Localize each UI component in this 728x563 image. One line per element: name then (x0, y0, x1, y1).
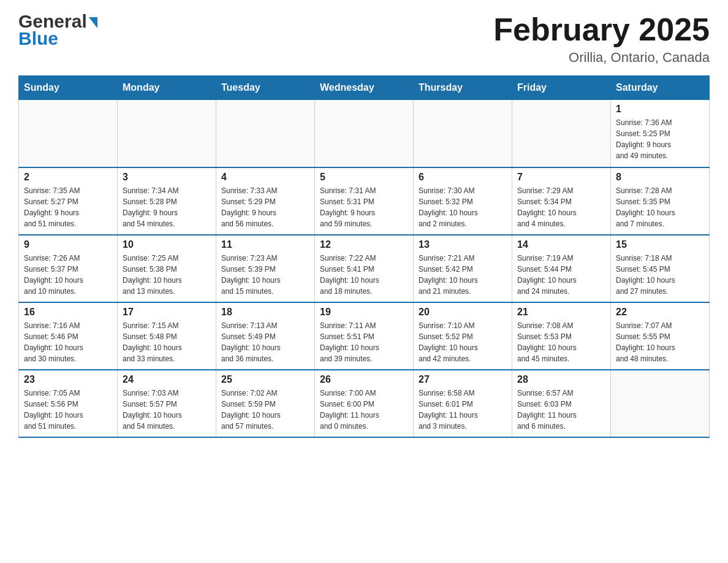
calendar-cell: 23Sunrise: 7:05 AM Sunset: 5:56 PM Dayli… (19, 370, 118, 437)
calendar-week-row: 2Sunrise: 7:35 AM Sunset: 5:27 PM Daylig… (19, 167, 710, 235)
day-number: 16 (24, 307, 112, 318)
calendar-cell (315, 100, 414, 167)
day-info: Sunrise: 7:18 AM Sunset: 5:45 PM Dayligh… (616, 253, 704, 297)
day-number: 23 (24, 374, 112, 385)
day-number: 2 (24, 172, 112, 183)
day-info: Sunrise: 7:28 AM Sunset: 5:35 PM Dayligh… (616, 185, 704, 229)
day-number: 19 (320, 307, 408, 318)
day-number: 11 (221, 239, 309, 250)
calendar-cell: 9Sunrise: 7:26 AM Sunset: 5:37 PM Daylig… (19, 235, 118, 302)
day-number: 17 (123, 307, 211, 318)
day-info: Sunrise: 7:36 AM Sunset: 5:25 PM Dayligh… (616, 117, 704, 161)
day-number: 28 (517, 374, 605, 385)
day-info: Sunrise: 7:10 AM Sunset: 5:52 PM Dayligh… (419, 320, 507, 364)
day-info: Sunrise: 7:34 AM Sunset: 5:28 PM Dayligh… (123, 185, 211, 229)
day-number: 7 (517, 172, 605, 183)
day-info: Sunrise: 7:16 AM Sunset: 5:46 PM Dayligh… (24, 320, 112, 364)
day-info: Sunrise: 7:02 AM Sunset: 5:59 PM Dayligh… (221, 388, 309, 432)
calendar-cell: 5Sunrise: 7:31 AM Sunset: 5:31 PM Daylig… (315, 167, 414, 235)
calendar-cell: 4Sunrise: 7:33 AM Sunset: 5:29 PM Daylig… (216, 167, 315, 235)
weekday-header-monday: Monday (118, 76, 216, 100)
calendar-cell: 16Sunrise: 7:16 AM Sunset: 5:46 PM Dayli… (19, 302, 118, 370)
day-number: 27 (419, 374, 507, 385)
weekday-header-friday: Friday (512, 76, 611, 100)
calendar-cell: 27Sunrise: 6:58 AM Sunset: 6:01 PM Dayli… (414, 370, 512, 437)
calendar-cell (512, 100, 611, 167)
day-number: 9 (24, 239, 112, 250)
day-info: Sunrise: 7:33 AM Sunset: 5:29 PM Dayligh… (221, 185, 309, 229)
calendar-cell: 22Sunrise: 7:07 AM Sunset: 5:55 PM Dayli… (611, 302, 710, 370)
calendar-week-row: 1Sunrise: 7:36 AM Sunset: 5:25 PM Daylig… (19, 100, 710, 167)
calendar-cell: 1Sunrise: 7:36 AM Sunset: 5:25 PM Daylig… (611, 100, 710, 167)
calendar-cell: 14Sunrise: 7:19 AM Sunset: 5:44 PM Dayli… (512, 235, 611, 302)
calendar-week-row: 9Sunrise: 7:26 AM Sunset: 5:37 PM Daylig… (19, 235, 710, 302)
day-info: Sunrise: 7:26 AM Sunset: 5:37 PM Dayligh… (24, 253, 112, 297)
day-info: Sunrise: 7:00 AM Sunset: 6:00 PM Dayligh… (320, 388, 408, 432)
calendar-cell: 25Sunrise: 7:02 AM Sunset: 5:59 PM Dayli… (216, 370, 315, 437)
location-subtitle: Orillia, Ontario, Canada (493, 50, 710, 66)
day-number: 3 (123, 172, 211, 183)
calendar-cell (216, 100, 315, 167)
weekday-header-wednesday: Wednesday (315, 76, 414, 100)
calendar-cell: 21Sunrise: 7:08 AM Sunset: 5:53 PM Dayli… (512, 302, 611, 370)
weekday-header-sunday: Sunday (19, 76, 118, 100)
logo-blue-text: Blue (18, 28, 58, 49)
day-info: Sunrise: 7:08 AM Sunset: 5:53 PM Dayligh… (517, 320, 605, 364)
calendar-cell (611, 370, 710, 437)
day-info: Sunrise: 7:23 AM Sunset: 5:39 PM Dayligh… (221, 253, 309, 297)
weekday-header-tuesday: Tuesday (216, 76, 315, 100)
title-block: February 2025 Orillia, Ontario, Canada (493, 12, 710, 66)
calendar-cell: 12Sunrise: 7:22 AM Sunset: 5:41 PM Dayli… (315, 235, 414, 302)
calendar-cell: 24Sunrise: 7:03 AM Sunset: 5:57 PM Dayli… (118, 370, 216, 437)
logo-arrow-icon (89, 17, 97, 28)
month-year-title: February 2025 (493, 12, 710, 47)
day-number: 15 (616, 239, 704, 250)
day-number: 10 (123, 239, 211, 250)
calendar-week-row: 23Sunrise: 7:05 AM Sunset: 5:56 PM Dayli… (19, 370, 710, 437)
calendar-cell: 19Sunrise: 7:11 AM Sunset: 5:51 PM Dayli… (315, 302, 414, 370)
day-number: 6 (419, 172, 507, 183)
day-number: 8 (616, 172, 704, 183)
calendar-header-row: SundayMondayTuesdayWednesdayThursdayFrid… (19, 76, 710, 100)
weekday-header-saturday: Saturday (611, 76, 710, 100)
day-info: Sunrise: 6:58 AM Sunset: 6:01 PM Dayligh… (419, 388, 507, 432)
day-info: Sunrise: 7:25 AM Sunset: 5:38 PM Dayligh… (123, 253, 211, 297)
calendar-cell (414, 100, 512, 167)
calendar-cell (19, 100, 118, 167)
day-info: Sunrise: 7:03 AM Sunset: 5:57 PM Dayligh… (123, 388, 211, 432)
calendar-cell: 28Sunrise: 6:57 AM Sunset: 6:03 PM Dayli… (512, 370, 611, 437)
day-info: Sunrise: 7:30 AM Sunset: 5:32 PM Dayligh… (419, 185, 507, 229)
day-info: Sunrise: 7:31 AM Sunset: 5:31 PM Dayligh… (320, 185, 408, 229)
day-number: 12 (320, 239, 408, 250)
day-info: Sunrise: 7:22 AM Sunset: 5:41 PM Dayligh… (320, 253, 408, 297)
day-info: Sunrise: 7:35 AM Sunset: 5:27 PM Dayligh… (24, 185, 112, 229)
calendar-week-row: 16Sunrise: 7:16 AM Sunset: 5:46 PM Dayli… (19, 302, 710, 370)
day-number: 26 (320, 374, 408, 385)
calendar-cell: 18Sunrise: 7:13 AM Sunset: 5:49 PM Dayli… (216, 302, 315, 370)
calendar-cell: 2Sunrise: 7:35 AM Sunset: 5:27 PM Daylig… (19, 167, 118, 235)
calendar-cell (118, 100, 216, 167)
day-number: 22 (616, 307, 704, 318)
day-info: Sunrise: 7:21 AM Sunset: 5:42 PM Dayligh… (419, 253, 507, 297)
calendar-cell: 8Sunrise: 7:28 AM Sunset: 5:35 PM Daylig… (611, 167, 710, 235)
calendar-cell: 7Sunrise: 7:29 AM Sunset: 5:34 PM Daylig… (512, 167, 611, 235)
day-number: 21 (517, 307, 605, 318)
day-number: 18 (221, 307, 309, 318)
day-number: 25 (221, 374, 309, 385)
day-info: Sunrise: 7:19 AM Sunset: 5:44 PM Dayligh… (517, 253, 605, 297)
day-number: 24 (123, 374, 211, 385)
page-header: General Blue February 2025 Orillia, Onta… (18, 12, 710, 66)
calendar-cell: 11Sunrise: 7:23 AM Sunset: 5:39 PM Dayli… (216, 235, 315, 302)
logo: General Blue (18, 12, 97, 49)
day-info: Sunrise: 6:57 AM Sunset: 6:03 PM Dayligh… (517, 388, 605, 432)
calendar-cell: 15Sunrise: 7:18 AM Sunset: 5:45 PM Dayli… (611, 235, 710, 302)
day-info: Sunrise: 7:11 AM Sunset: 5:51 PM Dayligh… (320, 320, 408, 364)
day-number: 13 (419, 239, 507, 250)
calendar-cell: 3Sunrise: 7:34 AM Sunset: 5:28 PM Daylig… (118, 167, 216, 235)
day-number: 20 (419, 307, 507, 318)
day-info: Sunrise: 7:07 AM Sunset: 5:55 PM Dayligh… (616, 320, 704, 364)
calendar-table: SundayMondayTuesdayWednesdayThursdayFrid… (18, 75, 710, 438)
day-number: 14 (517, 239, 605, 250)
calendar-cell: 10Sunrise: 7:25 AM Sunset: 5:38 PM Dayli… (118, 235, 216, 302)
calendar-cell: 6Sunrise: 7:30 AM Sunset: 5:32 PM Daylig… (414, 167, 512, 235)
